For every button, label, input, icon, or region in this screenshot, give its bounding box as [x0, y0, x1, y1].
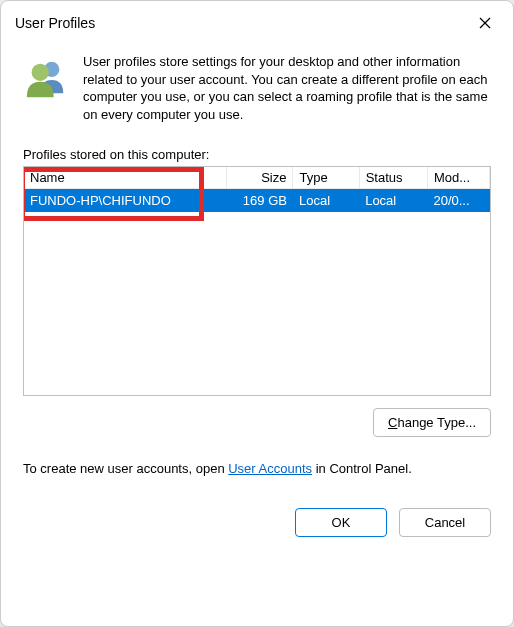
svg-point-3: [32, 64, 49, 81]
cell-name: FUNDO-HP\CHIFUNDO: [24, 189, 227, 213]
user-profiles-dialog: User Profiles User profiles store: [0, 0, 514, 627]
close-icon: [479, 17, 491, 29]
column-header-size[interactable]: Size: [227, 167, 293, 189]
hint-prefix: To create new user accounts, open: [23, 461, 228, 476]
column-header-type[interactable]: Type: [293, 167, 359, 189]
titlebar: User Profiles: [1, 1, 513, 43]
column-header-status[interactable]: Status: [359, 167, 427, 189]
change-type-button[interactable]: Change Type...: [373, 408, 491, 437]
create-account-hint: To create new user accounts, open User A…: [23, 461, 491, 476]
ok-button[interactable]: OK: [295, 508, 387, 537]
dialog-content: User profiles store settings for your de…: [1, 43, 513, 626]
cell-type: Local: [293, 189, 359, 213]
intro-text: User profiles store settings for your de…: [83, 53, 491, 123]
users-icon: [23, 53, 71, 123]
table-header-row: Name Size Type Status Mod...: [24, 167, 490, 189]
cancel-button[interactable]: Cancel: [399, 508, 491, 537]
cell-size: 169 GB: [227, 189, 293, 213]
dialog-title: User Profiles: [15, 15, 95, 31]
profiles-list-label: Profiles stored on this computer:: [23, 147, 491, 162]
column-header-name[interactable]: Name: [24, 167, 227, 189]
change-type-label: hange Type...: [397, 415, 476, 430]
column-header-modified[interactable]: Mod...: [427, 167, 489, 189]
hint-suffix: in Control Panel.: [312, 461, 412, 476]
profiles-table[interactable]: Name Size Type Status Mod... FUNDO-HP\CH…: [23, 166, 491, 396]
intro-section: User profiles store settings for your de…: [23, 53, 491, 123]
dialog-button-row: OK Cancel: [23, 508, 491, 537]
close-button[interactable]: [469, 11, 501, 35]
cell-status: Local: [359, 189, 427, 213]
user-accounts-link[interactable]: User Accounts: [228, 461, 312, 476]
table-row[interactable]: FUNDO-HP\CHIFUNDO 169 GB Local Local 20/…: [24, 189, 490, 213]
change-type-row: Change Type...: [23, 408, 491, 437]
cell-modified: 20/0...: [427, 189, 489, 213]
